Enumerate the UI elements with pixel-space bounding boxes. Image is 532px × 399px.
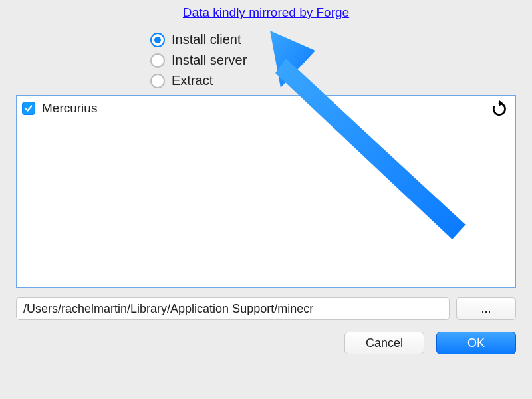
radio-icon bbox=[150, 74, 165, 88]
radio-install-client[interactable]: Install client bbox=[150, 32, 532, 47]
radio-install-server[interactable]: Install server bbox=[150, 53, 532, 68]
install-path-row: ... bbox=[16, 297, 516, 320]
components-list: Mercurius bbox=[16, 95, 516, 288]
install-path-input[interactable] bbox=[16, 297, 450, 320]
install-mode-group: Install client Install server Extract bbox=[150, 32, 532, 88]
radio-label: Extract bbox=[172, 73, 213, 88]
cancel-button[interactable]: Cancel bbox=[344, 332, 424, 354]
dialog-buttons: Cancel OK bbox=[0, 332, 516, 354]
radio-label: Install server bbox=[172, 53, 247, 68]
refresh-icon[interactable] bbox=[490, 100, 509, 118]
radio-icon bbox=[150, 53, 165, 68]
list-item-label: Mercurius bbox=[42, 101, 97, 116]
list-item[interactable]: Mercurius bbox=[22, 100, 510, 117]
mirror-link[interactable]: Data kindly mirrored by Forge bbox=[0, 0, 532, 20]
browse-button[interactable]: ... bbox=[456, 297, 516, 320]
radio-extract[interactable]: Extract bbox=[150, 73, 532, 88]
ok-button[interactable]: OK bbox=[436, 332, 516, 354]
radio-icon bbox=[150, 33, 165, 47]
checkbox-icon[interactable] bbox=[22, 102, 35, 115]
radio-label: Install client bbox=[172, 32, 241, 47]
